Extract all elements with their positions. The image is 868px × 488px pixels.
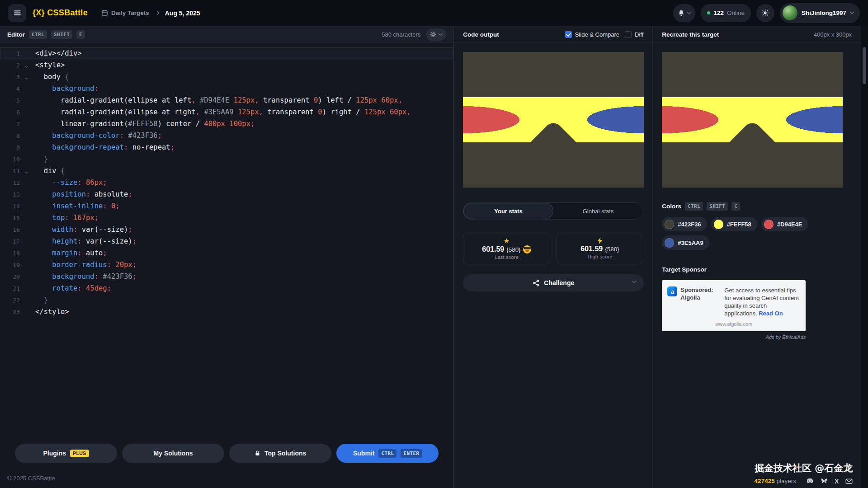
theme-toggle-button[interactable]: [756, 4, 774, 22]
diff-toggle[interactable]: Diff: [625, 31, 643, 38]
high-score-chars: {580}: [605, 246, 619, 253]
target-image[interactable]: [662, 52, 843, 188]
x-icon[interactable]: X: [835, 478, 839, 484]
ads-attribution: Ads by EthicalAds: [662, 334, 806, 340]
hamburger-icon: [14, 9, 21, 17]
color-chip[interactable]: #423F36: [662, 217, 707, 231]
code-line-1[interactable]: 1<div></div>: [0, 47, 453, 59]
bolt-icon: [598, 238, 603, 244]
code-line-6[interactable]: 6 radial-gradient(ellipse at right, #3E5…: [0, 106, 453, 118]
color-chip[interactable]: #FEFF58: [711, 217, 757, 231]
code-line-22[interactable]: 22 }: [0, 294, 453, 306]
tab-global-stats[interactable]: Global stats: [553, 203, 643, 219]
sponsor-text: Get access to essential tips for evaluat…: [724, 286, 800, 318]
sponsor-url[interactable]: www.algolia.com: [667, 321, 800, 327]
color-chip[interactable]: #3E5AA9: [662, 235, 709, 250]
code-line-14[interactable]: 14 inset-inline: 0;: [0, 200, 453, 212]
code-line-15[interactable]: 15 top: 167px;: [0, 212, 453, 224]
code-text: inset-inline: 0;: [35, 202, 120, 210]
code-line-10[interactable]: 10 }: [0, 153, 453, 165]
code-line-9[interactable]: 9 background-repeat: no-repeat;: [0, 141, 453, 153]
code-line-23[interactable]: 23</style>: [0, 306, 453, 318]
fold-chevron-icon[interactable]: [25, 61, 35, 69]
color-swatch: [665, 220, 674, 229]
discord-icon[interactable]: [806, 478, 814, 484]
code-line-11[interactable]: 11 div {: [0, 165, 453, 177]
cssbattle-logo[interactable]: {X} CSSBattle: [33, 8, 88, 18]
code-line-17[interactable]: 17 height: var(--size);: [0, 235, 453, 247]
editor-settings-button[interactable]: [426, 28, 446, 41]
diff-label: Diff: [635, 31, 643, 38]
code-line-2[interactable]: 2<style>: [0, 59, 453, 71]
code-line-5[interactable]: 5 radial-gradient(ellipse at left, #D94E…: [0, 94, 453, 106]
color-chip[interactable]: #D94E4E: [761, 217, 808, 231]
code-text: background-repeat: no-repeat;: [35, 143, 175, 151]
top-solutions-label: Top Solutions: [264, 450, 306, 457]
checkbox-checked-icon[interactable]: [565, 31, 572, 38]
read-on-link[interactable]: Read On: [759, 310, 783, 317]
kbd-c: C: [731, 202, 740, 211]
chevron-down-icon: [850, 10, 854, 14]
online-dot: [707, 11, 710, 14]
top-solutions-button[interactable]: Top Solutions: [229, 444, 331, 463]
code-line-16[interactable]: 16 width: var(--size);: [0, 224, 453, 235]
line-number: 3: [0, 74, 25, 80]
editor-panel: Editor CTRL SHIFT E 580 characters 1<div…: [0, 26, 454, 488]
notifications-button[interactable]: [673, 4, 695, 22]
bottom-right-block: 掘金技术社区 @石金龙 427425 players: [755, 462, 853, 484]
my-solutions-button[interactable]: My Solutions: [122, 444, 224, 463]
line-number: 5: [0, 97, 25, 104]
scrollbar-thumb[interactable]: [863, 47, 866, 84]
code-text: rotate: 45deg;: [35, 284, 111, 292]
top-navbar: {X} CSSBattle Daily Targets Aug 5, 2025 …: [0, 0, 868, 26]
checkbox-empty-icon[interactable]: [625, 31, 632, 38]
footer-row: 427425 players: [755, 478, 853, 484]
kbd-ctrl: CTRL: [378, 449, 396, 458]
code-output-preview[interactable]: [463, 52, 644, 188]
fold-chevron-icon[interactable]: [25, 167, 35, 174]
code-line-13[interactable]: 13 position: absolute;: [0, 188, 453, 200]
code-text: </style>: [35, 308, 69, 316]
stats-row: 601.59 {580} Last score 601.59 {580} Hig…: [463, 233, 643, 264]
algolia-logo: a: [667, 286, 677, 296]
nav-daily-targets[interactable]: Daily Targets: [101, 9, 149, 16]
plugins-button[interactable]: Plugins PLUS: [15, 444, 117, 463]
code-line-8[interactable]: 8 background-color: #423F36;: [0, 130, 453, 141]
code-line-3[interactable]: 3 body {: [0, 71, 453, 83]
code-line-20[interactable]: 20 background: #423F36;: [0, 271, 453, 282]
user-menu[interactable]: ShiJinlong1997: [780, 3, 860, 23]
line-number: 23: [0, 309, 25, 315]
code-line-7[interactable]: 7 linear-gradient(#FEFF58) center / 400p…: [0, 118, 453, 130]
slide-compare-toggle[interactable]: Slide & Compare: [565, 31, 619, 38]
bluesky-icon[interactable]: [821, 478, 828, 484]
last-score-label: Last score: [495, 254, 519, 260]
sponsor-card[interactable]: a Sponsored: Algolia Get access to essen…: [662, 280, 806, 331]
code-editor[interactable]: 1<div></div>2<style>3 body {4 background…: [0, 43, 453, 318]
submit-button[interactable]: Submit CTRL ENTER: [336, 444, 439, 463]
editor-header: Editor CTRL SHIFT E 580 characters: [0, 26, 453, 43]
code-text: body {: [35, 73, 69, 81]
colors-title: Colors: [662, 203, 681, 210]
menu-button[interactable]: [8, 4, 26, 22]
code-text: }: [35, 296, 48, 304]
line-number: 13: [0, 191, 25, 198]
high-score-value: 601.59: [580, 245, 603, 253]
tab-your-stats[interactable]: Your stats: [463, 203, 553, 219]
challenge-button[interactable]: Challenge: [463, 274, 644, 291]
line-number: 10: [0, 156, 25, 163]
line-number: 6: [0, 109, 25, 116]
avatar: [783, 5, 797, 20]
code-line-12[interactable]: 12 --size: 86px;: [0, 177, 453, 188]
mail-icon[interactable]: [845, 478, 853, 484]
code-line-4[interactable]: 4 background:: [0, 83, 453, 94]
plugins-label: Plugins: [43, 450, 66, 457]
online-count: 122: [713, 9, 724, 16]
fold-chevron-icon[interactable]: [25, 73, 35, 80]
code-line-18[interactable]: 18 margin: auto;: [0, 247, 453, 259]
high-score-card: 601.59 {580} High score: [557, 233, 644, 264]
code-line-21[interactable]: 21 rotate: 45deg;: [0, 282, 453, 294]
daily-targets-label: Daily Targets: [111, 9, 149, 16]
online-status[interactable]: 122 Online: [701, 4, 751, 22]
line-number: 16: [0, 226, 25, 233]
code-line-19[interactable]: 19 border-radius: 20px;: [0, 259, 453, 271]
